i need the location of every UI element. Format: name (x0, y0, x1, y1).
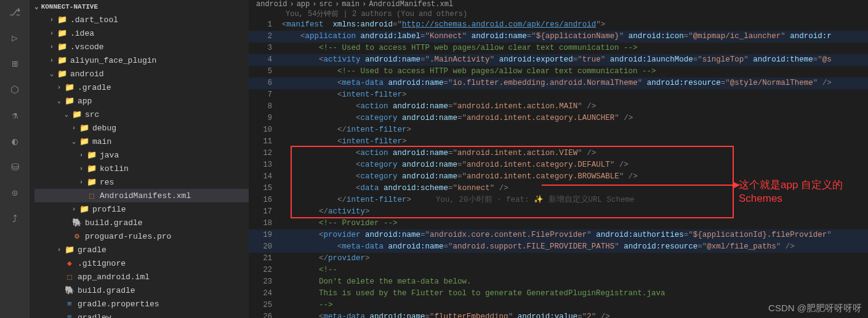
tree-item-label: gradle (78, 245, 106, 255)
source-control-icon[interactable]: ⎇ (7, 5, 22, 20)
code-line-6[interactable]: 6 <meta-data android:name="io.flutter.em… (249, 78, 868, 89)
code-content: <category android:name="android.intent.c… (282, 171, 638, 183)
line-number: 23 (249, 276, 282, 288)
tree-item-label: kotlin (100, 164, 129, 173)
code-line-19[interactable]: 19 <provider android:name="androidx.core… (249, 229, 868, 241)
tree-item-label: build.gradle (85, 218, 143, 228)
line-number: 10 (249, 124, 282, 136)
extensions-icon[interactable]: ⊞ (7, 57, 22, 71)
code-line-20[interactable]: 20 <meta-data android:name="android.supp… (249, 241, 868, 253)
code-line-24[interactable]: 24 This is used by the Flutter tool to g… (249, 288, 868, 300)
code-line-2[interactable]: 2 <application android:label="Konnect" a… (249, 31, 868, 42)
code-line-10[interactable]: 10 </intent-filter> (249, 124, 868, 136)
docker-icon[interactable]: ◐ (7, 134, 22, 149)
code-line-9[interactable]: 9 <category android:name="android.intent… (249, 113, 868, 124)
breadcrumb-item[interactable]: AndroidManifest.xml (369, 0, 453, 9)
folder-icon: 📁 (57, 55, 68, 65)
folder-icon: 📁 (64, 82, 75, 92)
editor-area: android›app›src›main›AndroidManifest.xml… (249, 0, 868, 318)
remote-icon[interactable]: ⬡ (7, 82, 22, 97)
testing-icon[interactable]: ⚗ (7, 108, 22, 123)
chevron-icon: › (69, 125, 79, 132)
code-line-7[interactable]: 7 <intent-filter> (249, 89, 868, 101)
gradle-icon: 🐘 (64, 285, 75, 295)
line-number: 6 (249, 78, 282, 89)
tree-item--gradle[interactable]: ›📁.gradle (34, 81, 249, 94)
line-number: 2 (249, 31, 282, 42)
code-content: </intent-filter> (282, 194, 411, 206)
code-line-5[interactable]: 5 <!-- Used to access HTTP web pages/all… (249, 66, 868, 78)
tree-item--vscode[interactable]: ›📁.vscode (34, 40, 249, 54)
database-icon[interactable]: ⛁ (7, 160, 22, 175)
line-number: 8 (249, 101, 282, 113)
tree-item-debug[interactable]: ›📁debug (34, 121, 249, 135)
tree-item-label: .idea (70, 29, 94, 38)
chevron-icon: › (69, 206, 79, 213)
folder-icon: 📁 (79, 123, 90, 133)
chevron-icon: ⌄ (69, 138, 79, 145)
line-number: 11 (249, 136, 282, 148)
code-line-1[interactable]: 1<manifest xmlns:android="http://schemas… (249, 19, 868, 31)
tree-item-gradle-properties[interactable]: ≡gradle.properties (34, 297, 249, 311)
code-content: This is used by the Flutter tool to gene… (282, 288, 665, 300)
tree-item-src[interactable]: ⌄📁src (34, 108, 249, 121)
run-debug-icon[interactable]: ▷ (7, 31, 22, 46)
code-line-18[interactable]: 18 <!-- Provider --> (249, 218, 868, 229)
breadcrumb[interactable]: android›app›src›main›AndroidManifest.xml (249, 0, 868, 9)
line-number: 5 (249, 66, 282, 78)
tree-item-app-android-iml[interactable]: ⬚app_android.iml (34, 270, 249, 284)
code-line-22[interactable]: 22 <!-- (249, 264, 868, 276)
code-editor[interactable]: 1<manifest xmlns:android="http://schemas… (249, 19, 868, 318)
tree-item-proguard-rules-pro[interactable]: ⚙proguard-rules.pro (34, 229, 249, 243)
github-icon[interactable]: ⊙ (7, 186, 22, 201)
tree-item-java[interactable]: ›📁java (34, 148, 249, 162)
file-icon: ≡ (64, 313, 75, 319)
code-line-12[interactable]: 12 <action android:name="android.intent.… (249, 148, 868, 159)
line-number: 24 (249, 288, 282, 300)
tree-item-kotlin[interactable]: ›📁kotlin (34, 162, 249, 175)
xml-icon: ⬚ (64, 272, 75, 282)
breadcrumb-item[interactable]: main (342, 0, 360, 9)
code-content: </activity> (282, 206, 370, 218)
sidebar-header[interactable]: ⌄ KONNECT-NATIVE (30, 0, 249, 13)
breadcrumb-item[interactable]: src (319, 0, 332, 9)
tree-item-label: aliyun_face_plugin (70, 56, 156, 65)
code-line-21[interactable]: 21 </provider> (249, 253, 868, 264)
breadcrumb-item[interactable]: android (256, 0, 287, 9)
tree-item-gradlew[interactable]: ≡gradlew (34, 311, 249, 318)
breadcrumb-item[interactable]: app (297, 0, 310, 9)
tree-item-label: src (85, 110, 99, 119)
line-number: 26 (249, 311, 282, 318)
code-line-8[interactable]: 8 <action android:name="android.intent.a… (249, 101, 868, 113)
line-number: 13 (249, 159, 282, 171)
tree-item-res[interactable]: ›📁res (34, 175, 249, 189)
chevron-icon: › (47, 30, 57, 37)
tree-item-profile[interactable]: ›📁profile (34, 202, 249, 216)
code-line-11[interactable]: 11 <intent-filter> (249, 136, 868, 148)
tree-item-androidmanifest-xml[interactable]: ⬚AndroidManifest.xml (34, 189, 249, 202)
tree-item-app[interactable]: ⌄📁app (34, 94, 249, 108)
tree-item--dart-tool[interactable]: ›📁.dart_tool (34, 13, 249, 26)
tree-item-gradle[interactable]: ›📁gradle (34, 243, 249, 256)
tree-item-main[interactable]: ⌄📁main (34, 135, 249, 148)
code-content: <action android:name="android.intent.act… (282, 148, 596, 159)
folder-icon: 📁 (86, 150, 97, 160)
line-number: 16 (249, 194, 282, 206)
tree-item-build-gradle[interactable]: 🐘build.gradle (34, 216, 249, 229)
code-line-3[interactable]: 3 <!-- Used to access HTTP web pages/all… (249, 42, 868, 54)
tree-item--idea[interactable]: ›📁.idea (34, 26, 249, 40)
code-content: <!-- (282, 264, 337, 276)
gradle-icon: 🐘 (71, 218, 82, 228)
tree-item-android[interactable]: ⌄📁android (34, 67, 249, 81)
code-line-23[interactable]: 23 Don't delete the meta-data below. (249, 276, 868, 288)
line-number: 18 (249, 218, 282, 229)
code-content: --> (282, 300, 333, 311)
code-line-4[interactable]: 4 <activity android:name=".MainActivity"… (249, 54, 868, 66)
line-number: 15 (249, 183, 282, 194)
share-icon[interactable]: ⤴ (7, 212, 22, 226)
tree-item-aliyun-face-plugin[interactable]: ›📁aliyun_face_plugin (34, 54, 249, 67)
tree-item-build-gradle[interactable]: 🐘build.gradle (34, 284, 249, 297)
code-line-13[interactable]: 13 <category android:name="android.inten… (249, 159, 868, 171)
code-line-17[interactable]: 17 </activity> (249, 206, 868, 218)
tree-item--gitignore[interactable]: ◆.gitignore (34, 256, 249, 270)
